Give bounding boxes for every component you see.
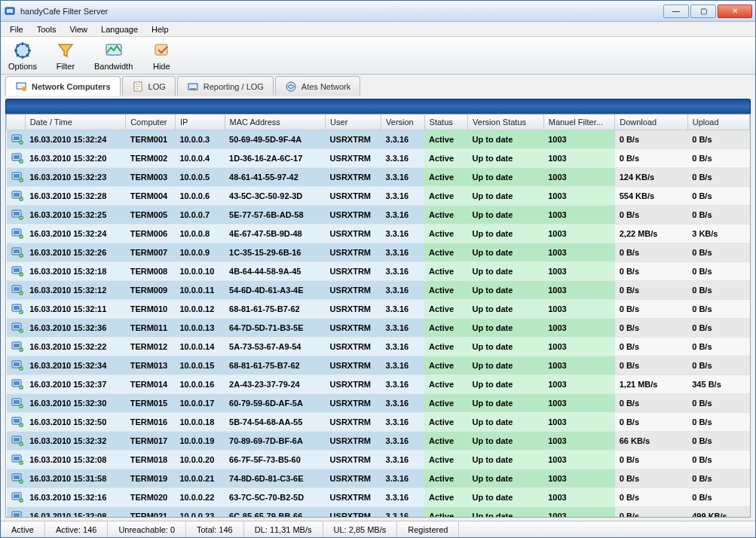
tab-label: Ates Network	[301, 82, 350, 91]
table-row[interactable]: 16.03.2010 15:32:12TERM00910.0.0.1154-6D…	[7, 281, 750, 300]
cell-computer: TERM021	[126, 507, 176, 518]
cell-version: 3.3.16	[381, 281, 425, 300]
table-row[interactable]: 16.03.2010 15:32:16TERM02010.0.0.2263-7C…	[7, 488, 750, 507]
table-row[interactable]: 16.03.2010 15:32:32TERM01710.0.0.1970-89…	[7, 432, 750, 451]
cell-manual-filter: 1003	[543, 243, 614, 262]
col-header[interactable]: MAC Address	[225, 115, 326, 130]
close-button[interactable]: ✕	[718, 5, 752, 18]
cell-datetime: 16.03.2010 15:32:20	[25, 149, 126, 168]
cell-version: 3.3.16	[381, 225, 425, 243]
maximize-button[interactable]: ▢	[690, 5, 716, 18]
cell-computer: TERM012	[126, 338, 176, 356]
cell-user: USRXTRM	[326, 243, 381, 262]
svg-rect-57	[14, 419, 20, 423]
toolbar-filter-button[interactable]: Filter	[52, 38, 79, 72]
svg-rect-21	[14, 193, 20, 197]
toolbar-label: Filter	[57, 62, 75, 71]
col-header[interactable]: User	[326, 115, 381, 130]
cell-version: 3.3.16	[381, 469, 425, 488]
cell-version-status: Up to date	[468, 262, 544, 281]
cell-datetime: 16.03.2010 15:32:34	[25, 356, 126, 375]
table-row[interactable]: 16.03.2010 15:32:24TERM00610.0.0.84E-67-…	[7, 225, 750, 243]
cell-computer: TERM002	[126, 149, 176, 168]
computer-icon	[11, 322, 23, 334]
col-header[interactable]: Version Status	[468, 115, 544, 130]
cell-ip: 10.0.0.16	[175, 375, 225, 394]
menu-view[interactable]: View	[63, 23, 93, 35]
col-header[interactable]: Manuel Filter...	[543, 115, 614, 130]
col-header[interactable]: Upload	[687, 115, 749, 130]
cell-manual-filter: 1003	[543, 206, 614, 225]
table-row[interactable]: 16.03.2010 15:32:28TERM00410.0.0.643-5C-…	[7, 187, 750, 206]
table-row[interactable]: 16.03.2010 15:32:30TERM01510.0.0.1760-79…	[7, 394, 750, 413]
cell-upload: 0 B/s	[687, 300, 749, 319]
col-header[interactable]: Date / Time	[25, 115, 126, 130]
cell-manual-filter: 1003	[543, 149, 614, 168]
table-row[interactable]: 16.03.2010 15:32:36TERM01110.0.0.1364-7D…	[7, 319, 750, 338]
table-row[interactable]: 16.03.2010 15:31:58TERM01910.0.0.2174-8D…	[7, 469, 750, 488]
table-row[interactable]: 16.03.2010 15:32:08TERM02110.0.0.236C-85…	[7, 507, 750, 518]
cell-version-status: Up to date	[468, 394, 544, 413]
cell-version-status: Up to date	[468, 225, 544, 243]
computer-icon	[11, 209, 23, 221]
col-header[interactable]: Download	[615, 115, 688, 130]
table-row[interactable]: 16.03.2010 15:32:25TERM00510.0.0.75E-77-…	[7, 206, 750, 225]
cell-datetime: 16.03.2010 15:32:11	[25, 300, 126, 319]
svg-rect-48	[14, 362, 20, 366]
col-header-icon[interactable]	[7, 115, 26, 130]
svg-rect-18	[14, 174, 20, 178]
cell-manual-filter: 1003	[543, 168, 614, 187]
cell-manual-filter: 1003	[543, 338, 614, 356]
table-row[interactable]: 16.03.2010 15:32:26TERM00710.0.0.91C-35-…	[7, 243, 750, 262]
table-scroll[interactable]: Date / TimeComputerIPMAC AddressUserVers…	[6, 115, 750, 517]
table-row[interactable]: 16.03.2010 15:32:20TERM00210.0.0.41D-36-…	[7, 149, 750, 168]
col-header[interactable]: Status	[424, 115, 468, 130]
cell-status: Active	[424, 281, 468, 300]
cell-computer: TERM018	[126, 451, 176, 469]
menu-help[interactable]: Help	[145, 23, 175, 35]
toolbar-hide-button[interactable]: Hide	[148, 38, 175, 72]
tab-network-computers[interactable]: Network Computers	[5, 76, 121, 96]
cell-status: Active	[424, 300, 468, 319]
cell-status: Active	[424, 187, 468, 206]
cell-status: Active	[424, 262, 468, 281]
cell-computer: TERM013	[126, 356, 176, 375]
table-row[interactable]: 16.03.2010 15:32:50TERM01610.0.0.185B-74…	[7, 413, 750, 432]
table-row[interactable]: 16.03.2010 15:32:34TERM01310.0.0.1568-81…	[7, 356, 750, 375]
menu-tools[interactable]: Tools	[31, 23, 63, 35]
toolbar-options-button[interactable]: Options	[5, 38, 40, 72]
cell-version-status: Up to date	[468, 130, 544, 149]
cell-version-status: Up to date	[468, 187, 544, 206]
tab-log[interactable]: LOG	[122, 76, 176, 96]
tab-reporting-log[interactable]: Reporting / LOG	[177, 76, 274, 96]
options-icon	[12, 40, 33, 61]
table-row[interactable]: 16.03.2010 15:32:24TERM00110.0.0.350-69-…	[7, 130, 750, 149]
computer-icon	[11, 190, 23, 202]
table-row[interactable]: 16.03.2010 15:32:22TERM01210.0.0.145A-73…	[7, 338, 750, 356]
table-row[interactable]: 16.03.2010 15:32:08TERM01810.0.0.2066-7F…	[7, 451, 750, 469]
cell-computer: TERM003	[126, 168, 176, 187]
menu-file[interactable]: File	[4, 23, 29, 35]
col-header[interactable]: Computer	[126, 115, 176, 130]
cell-version-status: Up to date	[468, 338, 544, 356]
computer-icon	[11, 472, 23, 485]
menu-language[interactable]: Language	[95, 23, 144, 35]
col-header[interactable]: Version	[381, 115, 425, 130]
cell-datetime: 16.03.2010 15:32:24	[25, 130, 126, 149]
cell-manual-filter: 1003	[543, 507, 614, 518]
bandwidth-icon	[103, 40, 124, 61]
table-row[interactable]: 16.03.2010 15:32:11TERM01010.0.0.1268-81…	[7, 300, 750, 319]
col-header[interactable]: IP	[175, 115, 225, 130]
table-row[interactable]: 16.03.2010 15:32:23TERM00310.0.0.548-61-…	[7, 168, 750, 187]
minimize-button[interactable]: —	[663, 5, 689, 18]
cell-upload: 0 B/s	[687, 168, 749, 187]
table-row[interactable]: 16.03.2010 15:32:37TERM01410.0.0.162A-43…	[7, 375, 750, 394]
toolbar-bandwidth-button[interactable]: Bandwidth	[91, 38, 136, 72]
tab-label: Reporting / LOG	[204, 82, 264, 91]
cell-ip: 10.0.0.11	[175, 281, 225, 300]
cell-ip: 10.0.0.3	[175, 130, 225, 149]
computer-icon	[11, 435, 23, 447]
table-row[interactable]: 16.03.2010 15:32:18TERM00810.0.0.104B-64…	[7, 262, 750, 281]
tab-ates-network[interactable]: Ates Network	[275, 76, 360, 96]
svg-rect-69	[14, 494, 20, 498]
